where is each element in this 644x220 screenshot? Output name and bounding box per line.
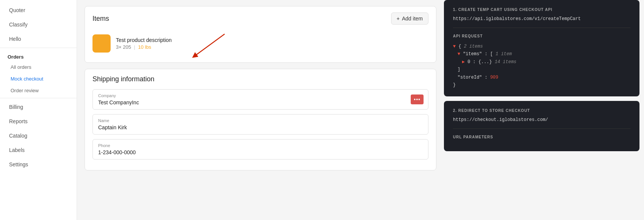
- code-line-3: ▶ 0 : {...} 14 items: [453, 58, 630, 66]
- product-quantity: 3× 205: [116, 44, 131, 50]
- sidebar-item-catalog[interactable]: Catalog: [2, 129, 75, 143]
- phone-field: Phone 1-234-000-0000: [92, 139, 428, 160]
- code-divider-1: [453, 28, 630, 28]
- sidebar-item-classify[interactable]: Classify: [2, 18, 75, 31]
- code-card-2: 2. REDIRECT TO STORE CHECKOUT https://ch…: [444, 101, 639, 151]
- add-item-button[interactable]: + Add item: [391, 12, 428, 25]
- company-actions-button[interactable]: •••: [411, 95, 424, 104]
- sidebar-item-billing[interactable]: Billing: [2, 100, 75, 114]
- code-card-1-url: https://api.iglobalstores.com/v1/createT…: [453, 16, 630, 22]
- code-line-1: ▼ { 2 items: [453, 43, 630, 50]
- collapse-icon-1[interactable]: ▼: [453, 44, 456, 49]
- sidebar-item-mock-checkout[interactable]: Mock checkout: [0, 73, 77, 85]
- sidebar-item-reports[interactable]: Reports: [2, 115, 75, 128]
- sidebar-item-settings[interactable]: Settings: [2, 158, 75, 171]
- code-block-1: ▼ { 2 items ▼ "items" : [ 1 item ▶ 0 : {…: [453, 43, 630, 89]
- company-field: Company Test CompanyInc •••: [92, 89, 428, 110]
- expand-icon-1[interactable]: ▶: [462, 59, 465, 65]
- shipping-card: Shipping information Company Test Compan…: [85, 69, 436, 170]
- sidebar-section-orders: Orders: [0, 50, 77, 61]
- code-card-2-title: 2. REDIRECT TO STORE CHECKOUT: [453, 108, 630, 113]
- code-line-6: }: [453, 81, 630, 89]
- sidebar-item-all-orders[interactable]: All orders: [0, 61, 77, 73]
- name-value[interactable]: Captain Kirk: [98, 124, 423, 130]
- sidebar-item-labels[interactable]: Labels: [2, 143, 75, 157]
- right-panel: 1. CREATE TEMP CART USING CHECKOUT API h…: [444, 0, 644, 220]
- dots-icon: •••: [414, 96, 421, 102]
- phone-value[interactable]: 1-234-000-0000: [98, 149, 423, 155]
- sidebar-divider-billing: [0, 98, 77, 98]
- add-item-label: Add item: [402, 15, 423, 22]
- code-card-1-title: 1. CREATE TEMP CART USING CHECKOUT API: [453, 8, 630, 12]
- phone-label: Phone: [98, 143, 423, 148]
- name-field: Name Captain Kirk: [92, 114, 428, 135]
- company-label: Company: [98, 93, 423, 98]
- code-line-4: ]: [453, 66, 630, 73]
- product-weight: 10 lbs: [138, 44, 151, 50]
- code-line-5: "storeId" : 909: [453, 74, 630, 81]
- center-panel: Items + Add item Test product descriptio…: [77, 0, 444, 220]
- collapse-icon-2[interactable]: ▼: [458, 51, 460, 57]
- sidebar: Quoter Classify Hello Orders All orders …: [0, 0, 77, 220]
- items-header: Items + Add item: [92, 12, 428, 25]
- name-label: Name: [98, 118, 423, 123]
- product-thumbnail: [92, 34, 111, 53]
- main-content: Items + Add item Test product descriptio…: [77, 0, 644, 220]
- product-info: Test product description 3× 205 | 10 lbs: [116, 37, 172, 50]
- plus-icon: +: [397, 15, 400, 22]
- sidebar-item-quoter[interactable]: Quoter: [2, 3, 75, 17]
- code-card-2-url: https://checkout.iglobalstores.com/: [453, 117, 630, 122]
- code-line-2: ▼ "items" : [ 1 item: [453, 50, 630, 58]
- product-row: Test product description 3× 205 | 10 lbs: [92, 31, 428, 56]
- product-name: Test product description: [116, 37, 172, 43]
- product-meta: 3× 205 | 10 lbs: [116, 44, 172, 50]
- code-divider-2: [453, 129, 630, 129]
- items-card: Items + Add item Test product descriptio…: [85, 6, 436, 63]
- sidebar-item-order-review[interactable]: Order review: [0, 85, 77, 96]
- api-request-label: API REQUEST: [453, 34, 630, 38]
- shipping-title: Shipping information: [92, 75, 428, 83]
- code-card-1: 1. CREATE TEMP CART USING CHECKOUT API h…: [444, 0, 639, 96]
- items-title: Items: [92, 15, 109, 23]
- meta-separator: |: [134, 44, 135, 50]
- sidebar-divider-orders: [0, 48, 77, 48]
- sidebar-item-hello[interactable]: Hello: [2, 32, 75, 46]
- url-params-label: URL PARAMETERS: [453, 135, 630, 139]
- company-value[interactable]: Test CompanyInc: [98, 99, 423, 105]
